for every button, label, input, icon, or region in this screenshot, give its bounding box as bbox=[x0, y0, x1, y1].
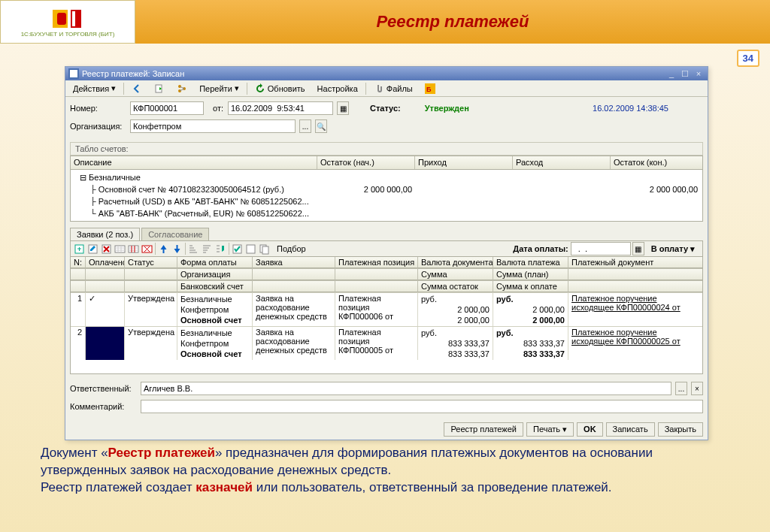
sort-icon2[interactable] bbox=[202, 243, 213, 255]
svg-rect-16 bbox=[115, 246, 125, 252]
company-logo-icon bbox=[50, 7, 86, 31]
slide-title: Реестр платежей bbox=[135, 0, 770, 44]
svg-rect-6 bbox=[70, 70, 77, 77]
page-number: 34 bbox=[737, 50, 759, 67]
app-window: Реестр платежей: Записан _ ☐ × Действия … bbox=[65, 66, 708, 440]
svg-rect-17 bbox=[129, 246, 138, 252]
copy-icon[interactable] bbox=[259, 243, 270, 255]
label-org: Организация: bbox=[70, 122, 126, 131]
label-comm: Комментарий: bbox=[70, 402, 136, 411]
print-button[interactable]: Печать ▾ bbox=[526, 422, 574, 437]
status-timestamp: 16.02.2009 14:38:45 bbox=[593, 104, 668, 113]
date-field[interactable] bbox=[228, 101, 333, 115]
pick-button[interactable]: Подбор bbox=[272, 242, 311, 255]
grid-edit-icon[interactable] bbox=[87, 243, 99, 255]
ok-button[interactable]: OK bbox=[577, 422, 603, 437]
tree-row[interactable]: ├ Основной счет № 40710823230050064512 (… bbox=[71, 183, 702, 195]
resp-picker[interactable]: ... bbox=[675, 382, 687, 395]
close-button[interactable]: × bbox=[693, 68, 705, 79]
refresh-button[interactable]: Обновить bbox=[250, 82, 310, 95]
col-out[interactable]: Расход bbox=[513, 156, 611, 169]
filter-icon[interactable] bbox=[215, 243, 226, 255]
app-icon bbox=[68, 68, 79, 79]
files-button[interactable]: Файлы bbox=[369, 82, 417, 95]
sort-icon1[interactable] bbox=[188, 243, 199, 255]
attach-icon bbox=[374, 83, 384, 94]
calendar-button[interactable]: ▦ bbox=[337, 101, 349, 115]
requests-grid: N: Оплачено Статус Форма оплаты Заявка П… bbox=[70, 257, 703, 374]
svg-rect-2 bbox=[57, 13, 66, 25]
label-pay-date: Дата оплаты: bbox=[513, 244, 568, 253]
col-in[interactable]: Приход bbox=[415, 156, 513, 169]
number-field[interactable] bbox=[130, 101, 204, 115]
resp-clear[interactable]: × bbox=[691, 382, 703, 395]
tree-icon bbox=[177, 83, 187, 94]
tree-row-root[interactable]: ⊟ Безналичные bbox=[71, 171, 702, 183]
org-picker-button[interactable]: ... bbox=[299, 119, 311, 133]
brand-button[interactable]: Б bbox=[420, 82, 440, 95]
window-title: Реестр платежей: Записан bbox=[82, 69, 184, 78]
logo-caption: 1С:БУХУЧЕТ И ТОРГОВЛЯ (БИТ) bbox=[21, 31, 115, 38]
footer-buttons: Реестр платежей Печать ▾ OK Записать Зак… bbox=[65, 419, 708, 440]
goto-menu[interactable]: Перейти ▾ bbox=[195, 82, 244, 95]
resp-field[interactable] bbox=[141, 382, 671, 395]
col-desc[interactable]: Описание bbox=[71, 156, 317, 169]
tree-row[interactable]: ├ Расчетный (USD) в АКБ "АВТ-БАНК" № 608… bbox=[71, 195, 702, 207]
col-end[interactable]: Остаток (кон.) bbox=[611, 156, 702, 169]
refresh-icon bbox=[255, 83, 265, 94]
window-titlebar[interactable]: Реестр платежей: Записан _ ☐ × bbox=[65, 67, 708, 80]
org-lookup-button[interactable]: 🔍 bbox=[315, 119, 327, 133]
pay-date-cal[interactable]: ▦ bbox=[632, 242, 644, 255]
grid-del-icon[interactable] bbox=[101, 243, 112, 255]
main-toolbar: Действия ▾ Перейти ▾ Обновить Настройка … bbox=[65, 80, 708, 97]
slide-description: Документ «Реестр платежей» предназначен … bbox=[41, 445, 732, 497]
tab-approval[interactable]: Согласование bbox=[141, 228, 209, 240]
nav-prev-button[interactable] bbox=[127, 82, 147, 95]
to-payment-button[interactable]: В оплату ▾ bbox=[647, 242, 699, 255]
pay-date-field[interactable] bbox=[571, 242, 631, 255]
table-row[interactable]: 2 Утверждена БезналичныеКонфетпромОсновн… bbox=[71, 326, 702, 360]
grid-icon5[interactable] bbox=[128, 243, 139, 255]
section-accounts: Табло счетов: bbox=[70, 142, 703, 156]
comm-field[interactable] bbox=[141, 400, 703, 413]
tab-requests[interactable]: Заявки (2 поз.) bbox=[70, 228, 140, 240]
maximize-button[interactable]: ☐ bbox=[679, 68, 691, 79]
tree-row[interactable]: └ АКБ "АВТ-БАНК" (Расчетный, EUR) № 6085… bbox=[71, 207, 702, 219]
bit-icon: Б bbox=[425, 83, 435, 94]
actions-menu[interactable]: Действия ▾ bbox=[68, 82, 120, 95]
label-number: Номер: bbox=[70, 104, 126, 113]
svg-rect-22 bbox=[262, 246, 268, 254]
arrow-up-icon[interactable] bbox=[158, 243, 169, 255]
grid-icon4[interactable] bbox=[114, 243, 126, 255]
uncheck-all-icon[interactable] bbox=[245, 243, 256, 255]
doc-nav-icon bbox=[154, 83, 165, 94]
table-row[interactable]: 1 ✓ Утверждена БезналичныеКонфетпромОсно… bbox=[71, 292, 702, 326]
tree-button[interactable] bbox=[172, 82, 192, 95]
label-from: от: bbox=[208, 104, 223, 113]
registry-button[interactable]: Реестр платежей bbox=[444, 422, 523, 437]
save-button[interactable]: Записать bbox=[606, 422, 655, 437]
grid-icon6[interactable] bbox=[141, 243, 153, 255]
org-field[interactable] bbox=[130, 119, 296, 133]
arrow-down-icon[interactable] bbox=[171, 243, 183, 255]
svg-text:Б: Б bbox=[426, 86, 432, 93]
arrow-left-icon bbox=[132, 83, 142, 94]
check-all-icon[interactable] bbox=[232, 243, 243, 255]
label-resp: Ответственный: bbox=[70, 384, 136, 393]
requests-toolbar: Подбор Дата оплаты: ▦ В оплату ▾ bbox=[70, 240, 703, 257]
logo-box: 1С:БУХУЧЕТ И ТОРГОВЛЯ (БИТ) bbox=[0, 0, 135, 44]
grid-add-icon[interactable] bbox=[74, 243, 85, 255]
nav-next-button[interactable] bbox=[150, 82, 169, 95]
accounts-grid: Описание Остаток (нач.) Приход Расход Ос… bbox=[70, 156, 703, 222]
col-start[interactable]: Остаток (нач.) bbox=[317, 156, 415, 169]
close-button[interactable]: Закрыть bbox=[658, 422, 703, 437]
minimize-button[interactable]: _ bbox=[665, 68, 678, 79]
svg-rect-4 bbox=[72, 11, 75, 26]
status-value: Утвержден bbox=[425, 104, 469, 113]
label-status: Статус: bbox=[370, 104, 401, 113]
svg-rect-20 bbox=[247, 245, 255, 253]
setup-button[interactable]: Настройка bbox=[313, 82, 362, 95]
